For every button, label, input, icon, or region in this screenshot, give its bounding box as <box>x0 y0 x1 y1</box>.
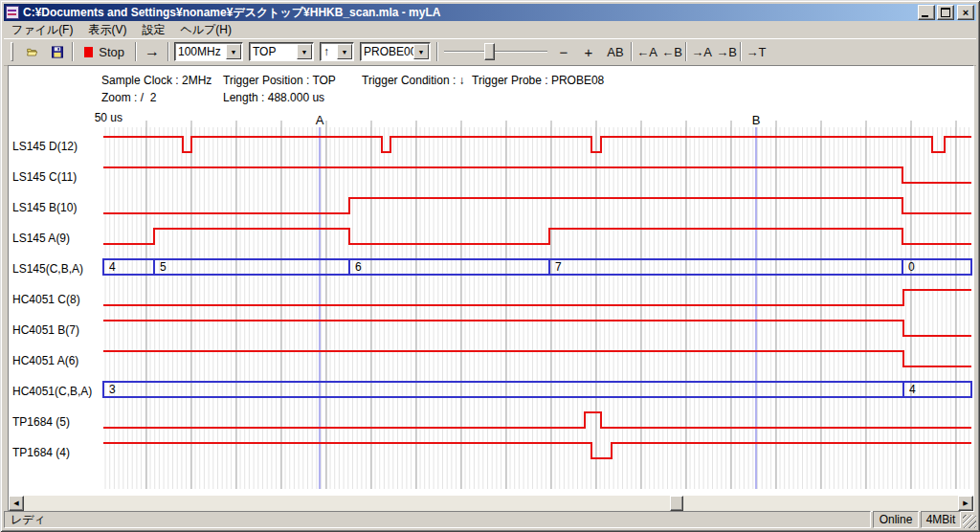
bus-value: 4 <box>909 383 916 396</box>
goto-trigger-button[interactable]: →T <box>745 41 768 62</box>
channel-label: TP1684 (5) <box>12 414 70 430</box>
bus-value: 4 <box>109 260 116 274</box>
scroll-right-button[interactable]: ▶ <box>958 496 973 511</box>
bus-value: 0 <box>908 260 915 274</box>
bus-value: 5 <box>160 260 167 274</box>
trigger-position-combo[interactable]: TOP ▼ <box>249 42 314 61</box>
toolbar: Stop → 100MHz ▼ TOP ▼ ↑ ▼ PROBE00 ▼ − + <box>4 38 976 66</box>
status-online: Online <box>873 511 919 528</box>
channel-label: HC4051 C(8) <box>12 292 80 307</box>
toolbar-separator <box>740 42 742 61</box>
channel-label: LS145 A(9) <box>12 231 70 246</box>
channel-label: HC4051 A(6) <box>12 353 78 368</box>
bus-value: 6 <box>355 260 362 274</box>
close-button[interactable]: × <box>957 5 974 20</box>
menu-item[interactable]: 設定 <box>134 21 172 39</box>
status-memory: 4MBit <box>921 511 961 528</box>
scrollbar-thumb[interactable] <box>670 496 683 511</box>
toolbar-separator <box>167 42 169 61</box>
status-ready: レディ <box>4 511 871 528</box>
scroll-left-button[interactable]: ◀ <box>9 496 24 511</box>
channel-label: LS145 D(12) <box>12 139 78 154</box>
app-window: C:¥Documents and Settings¥noname¥デスクトップ¥… <box>0 0 980 532</box>
chevron-down-icon[interactable]: ▼ <box>337 44 352 59</box>
resize-grip-icon[interactable] <box>963 515 976 528</box>
channel-label: HC4051 B(7) <box>12 322 79 338</box>
zoom-slider[interactable] <box>444 41 547 62</box>
menu-item[interactable]: 表示(V) <box>80 21 134 39</box>
bus-value: 3 <box>109 383 116 396</box>
close-icon: × <box>963 8 969 17</box>
save-floppy-icon <box>52 45 63 59</box>
open-folder-icon <box>27 45 38 58</box>
stop-label: Stop <box>99 45 124 59</box>
toolbar-separator <box>631 42 633 61</box>
menu-bar: ファイル(F)表示(V)設定ヘルプ(H) <box>4 22 976 38</box>
set-marker-b-button[interactable]: →B <box>715 41 738 62</box>
grid-minor-lines <box>105 127 969 489</box>
chevron-down-icon[interactable]: ▼ <box>297 44 312 59</box>
channel-label: LS145(C,B,A) <box>12 261 83 277</box>
horizontal-scrollbar[interactable]: ◀ ▶ <box>9 496 973 511</box>
slider-thumb[interactable] <box>484 43 495 60</box>
right-arrow-icon: → <box>145 43 160 60</box>
bus-value: 7 <box>555 260 562 274</box>
open-button[interactable] <box>21 41 44 62</box>
stop-button[interactable]: Stop <box>78 41 130 62</box>
channel-label: TP1684 (4) <box>12 445 70 460</box>
toolbar-separator <box>72 42 74 61</box>
zoom-ab-button[interactable]: AB <box>603 41 628 62</box>
toolbar-gripper[interactable] <box>11 42 13 61</box>
trigger-edge-combo[interactable]: ↑ ▼ <box>320 42 354 61</box>
ruler-label: 50 us <box>95 111 122 124</box>
marker-b-label: B <box>752 113 761 127</box>
channel-label: LS145 B(10) <box>12 200 77 215</box>
app-icon <box>6 6 19 19</box>
menu-item[interactable]: ヘルプ(H) <box>172 21 239 39</box>
maximize-button[interactable] <box>937 5 954 20</box>
scroll-right-icon: ▶ <box>963 499 968 507</box>
toolbar-separator <box>135 42 137 61</box>
zoom-out-button[interactable]: − <box>553 41 574 62</box>
minimize-icon <box>922 15 928 17</box>
minimize-button[interactable] <box>918 5 935 20</box>
trigger-probe-value: PROBE00 <box>361 45 413 58</box>
set-marker-a-button[interactable]: →A <box>690 41 713 62</box>
zoom-in-button[interactable]: + <box>578 41 599 62</box>
stop-icon <box>84 47 93 57</box>
trigger-edge-value: ↑ <box>321 45 337 58</box>
waveform-display: 50 usAB4567034 <box>9 66 973 495</box>
status-bar: レディ Online 4MBit <box>4 511 976 528</box>
goto-marker-b-button[interactable]: ←B <box>660 41 683 62</box>
single-run-button[interactable]: → <box>140 41 165 62</box>
toolbar-separator <box>685 42 687 61</box>
sample-clock-value: 100MHz <box>175 45 226 58</box>
chevron-down-icon[interactable]: ▼ <box>413 44 429 59</box>
chevron-down-icon[interactable]: ▼ <box>226 44 241 59</box>
save-button[interactable] <box>46 41 69 62</box>
goto-marker-a-button[interactable]: ←A <box>635 41 658 62</box>
trigger-position-value: TOP <box>250 45 297 58</box>
slider-track <box>444 51 547 53</box>
scroll-left-icon: ◀ <box>13 499 18 507</box>
channel-label: LS145 C(11) <box>12 169 77 185</box>
toolbar-separator <box>436 42 438 61</box>
channel-label: HC4051(C,B,A) <box>12 384 92 399</box>
title-bar: C:¥Documents and Settings¥noname¥デスクトップ¥… <box>4 4 976 21</box>
waveform-panel: Sample Clock : 2MHz Trigger Position : T… <box>8 65 974 512</box>
trigger-probe-combo[interactable]: PROBE00 ▼ <box>360 42 431 61</box>
marker-a-label: A <box>316 113 324 127</box>
menu-item[interactable]: ファイル(F) <box>4 21 80 39</box>
sample-clock-combo[interactable]: 100MHz ▼ <box>174 42 243 61</box>
maximize-icon <box>941 8 950 17</box>
window-title: C:¥Documents and Settings¥noname¥デスクトップ¥… <box>23 5 916 21</box>
